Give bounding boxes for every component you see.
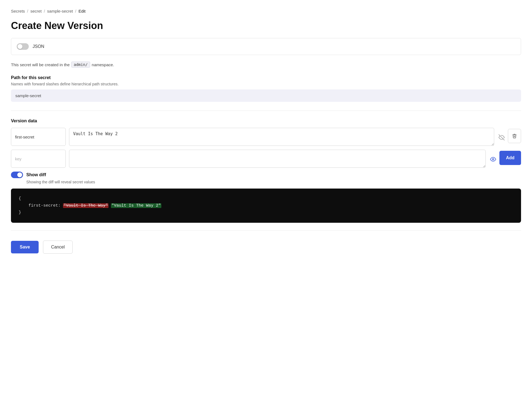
actions-row: Save Cancel <box>11 238 521 254</box>
json-label: JSON <box>33 44 44 49</box>
namespace-info: This secret will be created in the admin… <box>11 62 521 68</box>
json-toggle-thumb <box>18 44 22 49</box>
delete-btn-0[interactable] <box>508 129 521 143</box>
diff-line-close: } <box>19 209 513 216</box>
save-button[interactable]: Save <box>11 241 39 253</box>
add-btn[interactable]: Add <box>499 151 521 165</box>
divider-1 <box>11 111 521 111</box>
show-diff-thumb <box>17 172 22 177</box>
kv-row-empty: Add <box>11 150 521 168</box>
trash-icon <box>512 134 517 138</box>
kv-value-input-empty[interactable] <box>69 150 486 168</box>
path-subtext: Names with forward slashes define hierar… <box>11 82 521 86</box>
cancel-button[interactable]: Cancel <box>43 241 73 254</box>
json-toggle-section: JSON <box>11 38 521 55</box>
eye-toggle-0[interactable] <box>497 133 506 141</box>
eye-toggle-empty[interactable] <box>489 155 497 163</box>
kv-value-wrapper-0: Vault Is The Way 2 <box>69 128 494 146</box>
diff-viewer: { first-secret: "Vault Is The Way" "Vaul… <box>11 189 521 223</box>
namespace-suffix: namespace. <box>92 62 114 67</box>
kv-value-input-0[interactable]: Vault Is The Way 2 <box>69 128 494 146</box>
json-toggle-label[interactable] <box>17 43 29 50</box>
namespace-prefix: This secret will be created in the <box>11 62 70 67</box>
breadcrumb-sep-1: / <box>27 9 28 13</box>
show-diff-subtext: Showing the diff will reveal secret valu… <box>26 180 521 184</box>
breadcrumb: Secrets / secret / sample-secret / Edit <box>11 9 521 13</box>
breadcrumb-edit: Edit <box>78 9 85 13</box>
kv-key-input-empty[interactable] <box>11 150 66 168</box>
svg-point-1 <box>492 158 494 160</box>
show-diff-row: Show diff <box>11 172 521 178</box>
diff-added-text: "Vault Is The Way 2" <box>111 203 161 208</box>
path-section: Path for this secret Names with forward … <box>11 75 521 103</box>
breadcrumb-sample-secret[interactable]: sample-secret <box>47 9 73 13</box>
kv-row-empty-actions: Add <box>489 150 521 168</box>
kv-row-0-actions <box>497 128 521 146</box>
kv-row-0: Vault Is The Way 2 <box>11 128 521 146</box>
version-data-section: Version data Vault Is The Way 2 <box>11 118 521 168</box>
diff-removed-text: "Vault Is The Way" <box>63 203 108 208</box>
path-heading: Path for this secret <box>11 75 521 80</box>
show-diff-section: Show diff Showing the diff will reveal s… <box>11 172 521 184</box>
breadcrumb-sep-3: / <box>75 9 76 13</box>
namespace-badge: admin/ <box>71 62 90 68</box>
eye-slash-icon <box>499 134 505 140</box>
diff-line-open: { <box>19 195 513 202</box>
eye-icon <box>490 156 496 162</box>
version-data-heading: Version data <box>11 118 521 123</box>
diff-line-content: first-secret: "Vault Is The Way" "Vault … <box>19 202 513 209</box>
path-input[interactable] <box>11 89 521 102</box>
show-diff-label: Show diff <box>26 172 46 177</box>
page-title: Create New Version <box>11 20 521 31</box>
kv-key-input-0[interactable] <box>11 128 66 146</box>
show-diff-toggle[interactable] <box>11 172 23 178</box>
breadcrumb-secrets[interactable]: Secrets <box>11 9 25 13</box>
breadcrumb-secret[interactable]: secret <box>30 9 42 13</box>
divider-2 <box>11 230 521 231</box>
kv-value-wrapper-empty <box>69 150 486 168</box>
breadcrumb-sep-2: / <box>44 9 45 13</box>
